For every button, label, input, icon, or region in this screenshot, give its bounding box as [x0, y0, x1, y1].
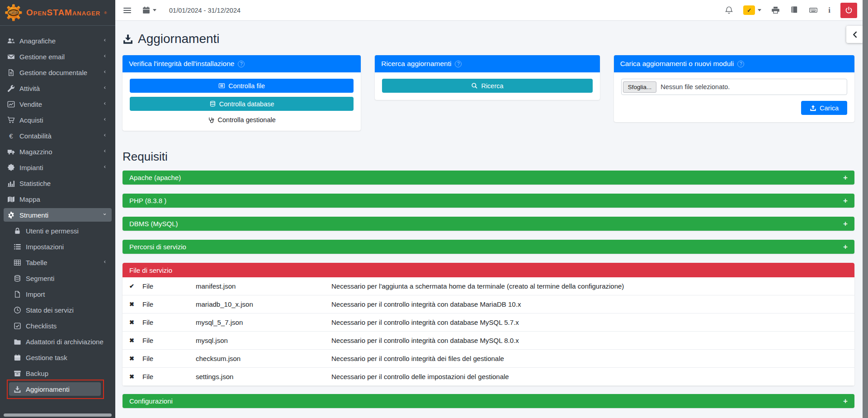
sidebar-item-statistiche[interactable]: Statistiche [4, 176, 112, 190]
sidebar-item-gestione-task[interactable]: Gestione task [4, 351, 112, 364]
check-gestionale-link[interactable]: Controlla gestionale [130, 116, 354, 124]
menu-toggle-icon[interactable] [123, 8, 131, 13]
sidebar-item-attivit[interactable]: Attività [4, 81, 112, 95]
archive-icon [14, 370, 21, 377]
map-icon [7, 195, 15, 203]
sidebar-item-acquisti[interactable]: Acquisti [4, 113, 112, 127]
service-files-header: File di servizio [123, 263, 854, 277]
collapse-panel-button[interactable] [846, 26, 863, 43]
sidebar-item-label: Gestione email [19, 53, 65, 61]
sidebar-item-label: Stato dei servizi [26, 306, 74, 314]
caret-down-icon [153, 9, 156, 11]
file-input-placeholder: Nessun file selezionato. [660, 83, 730, 90]
help-icon[interactable]: ? [737, 61, 744, 67]
logout-power-button[interactable] [840, 3, 857, 18]
sidebar-item-tabelle[interactable]: Tabelle [4, 256, 112, 269]
sidebar-item-utenti-e-permessi[interactable]: Utenti e permessi [4, 224, 112, 238]
envelope-icon [7, 53, 15, 61]
chevron-left-icon [103, 70, 108, 75]
vertical-scrollbar[interactable] [863, 0, 868, 418]
sidebar-item-label: Backup [26, 370, 48, 377]
info-icon[interactable]: i [828, 6, 830, 15]
main-content: Aggiornamenti Verifica l'integrità dell'… [115, 21, 863, 418]
sidebar-item-adattatori-di-archiviazione[interactable]: Adattatori di archiviazione [4, 335, 112, 348]
sidebar-item-label: Mappa [19, 195, 40, 203]
docs-book-icon[interactable] [790, 6, 798, 14]
check-files-button[interactable]: Controlla file [130, 79, 354, 93]
search-icon [471, 82, 478, 89]
notifications-bell-icon[interactable] [725, 6, 733, 14]
sidebar-item-mappa[interactable]: Mappa [4, 192, 112, 206]
caret-down-icon [758, 9, 761, 11]
upload-button[interactable]: Carica [801, 101, 847, 115]
file-description: Necessario per il controllo delle impost… [331, 373, 854, 380]
file-description: Necessario per il controllo integrità co… [331, 318, 854, 326]
help-icon[interactable]: ? [238, 61, 245, 67]
database-icon [14, 275, 21, 282]
search-updates-button[interactable]: Ricerca [382, 79, 592, 93]
status-dropdown[interactable]: ✓ [743, 5, 761, 15]
keyboard-shortcuts-icon[interactable] [808, 6, 818, 14]
chevron-left-icon [103, 102, 108, 107]
sidebar-item-label: Utenti e permessi [26, 227, 79, 235]
section-dbms-mysql[interactable]: DBMS (MySQL)+ [123, 217, 854, 231]
sidebar-item-aggiornamenti[interactable]: Aggiornamenti [9, 382, 101, 396]
sidebar-item-impianti[interactable]: Impianti [4, 161, 112, 174]
sidebar-item-anagrafiche[interactable]: Anagrafiche [4, 34, 112, 48]
brand[interactable]: OSM OpenSTAManager® [0, 0, 115, 26]
plus-icon: + [843, 397, 848, 406]
brand-registered: ® [104, 11, 107, 15]
plus-icon: + [843, 219, 848, 228]
sidebar-item-impostazioni[interactable]: Impostazioni [4, 240, 112, 253]
requirements-heading: Requisiti [123, 150, 854, 164]
file-description: Necessario per il controllo integrità de… [331, 355, 854, 362]
sidebar-item-stato-dei-servizi[interactable]: Stato dei servizi [4, 303, 112, 317]
sidebar-horizontal-scrollbar[interactable] [4, 413, 112, 417]
brand-gear-logo-icon: OSM [5, 4, 23, 22]
truck-icon [7, 148, 15, 156]
date-range[interactable]: 01/01/2024 - 31/12/2024 [169, 7, 241, 14]
section-label: PHP (8.3.8 ) [129, 197, 166, 204]
calendar-dropdown[interactable] [142, 6, 156, 14]
check-database-button[interactable]: Controlla database [130, 97, 354, 111]
stethoscope-icon [208, 117, 215, 124]
service-file-row: ✖Filesettings.jsonNecessario per il cont… [123, 368, 854, 386]
sidebar-item-strumenti[interactable]: Strumenti [4, 208, 112, 222]
sidebar-item-contabilit[interactable]: €Contabilità [4, 129, 112, 142]
upload-icon [810, 104, 816, 111]
sidebar-item-gestione-documentale[interactable]: Gestione documentale [4, 66, 112, 79]
service-file-row: ✖Filemysql.jsonNecessario per il control… [123, 332, 854, 350]
chevron-left-icon [103, 133, 108, 138]
sidebar-item-import[interactable]: Import [4, 287, 112, 301]
section-label: Configurazioni [129, 397, 173, 405]
sidebar-item-gestione-email[interactable]: Gestione email [4, 50, 112, 63]
section-apache-apache[interactable]: Apache (apache)+ [123, 171, 854, 185]
sidebar: OSM OpenSTAManager® AnagraficheGestione … [0, 0, 115, 418]
file-type: File [142, 355, 196, 362]
sidebar-item-vendite[interactable]: Vendite [4, 97, 112, 111]
panel-verify-integrity: Verifica l'integrità dell'installazione … [123, 55, 361, 131]
sidebar-item-backup[interactable]: Backup [4, 366, 112, 380]
file-description: Necessario per il controllo integrità co… [331, 300, 854, 308]
euro-icon: € [7, 132, 15, 140]
print-icon[interactable] [771, 6, 780, 14]
file-type: File [142, 373, 196, 380]
sidebar-item-label: Tabelle [26, 259, 47, 266]
chevron-left-icon [103, 118, 108, 123]
browse-button[interactable]: Sfoglia... [623, 81, 657, 93]
times-icon: ✖ [123, 355, 142, 362]
section-percorsi-di-servizio[interactable]: Percorsi di servizio+ [123, 240, 854, 254]
section-php-8-3-8[interactable]: PHP (8.3.8 )+ [123, 194, 854, 208]
status-check-badge[interactable]: ✓ [743, 5, 755, 15]
section-configurazioni[interactable]: Configurazioni + [123, 394, 854, 408]
sidebar-item-segmenti[interactable]: Segmenti [4, 271, 112, 285]
file-type: File [142, 337, 196, 344]
file-description: Necessario per l'aggiunta a schermata ho… [331, 282, 854, 290]
service-file-row: ✖Filemariadb_10_x.jsonNecessario per il … [123, 295, 854, 314]
sidebar-item-checklists[interactable]: Checklists [4, 319, 112, 332]
list-icon [14, 243, 21, 251]
chart-line-icon [7, 100, 15, 108]
sidebar-item-magazzino[interactable]: Magazzino [4, 145, 112, 158]
help-icon[interactable]: ? [455, 61, 462, 67]
file-input[interactable]: Sfoglia... Nessun file selezionato. [621, 79, 847, 95]
